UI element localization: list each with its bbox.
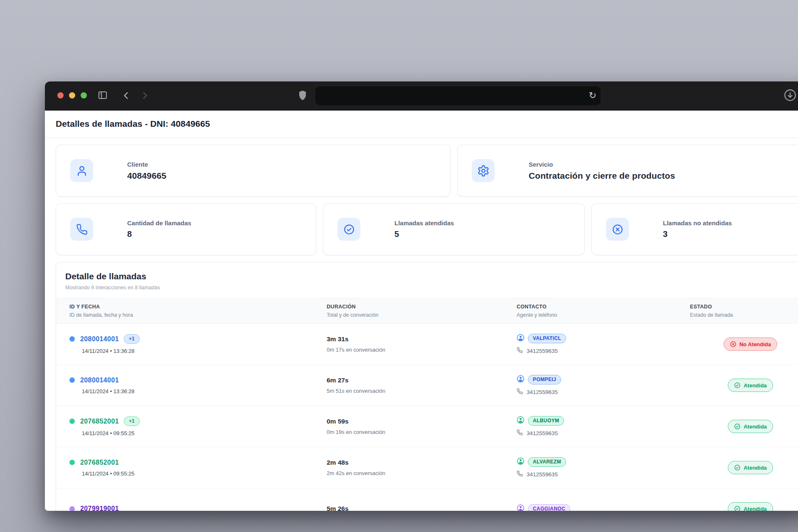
extra-calls-badge: +1 xyxy=(124,416,140,426)
duration-total: 5m 26s xyxy=(327,505,517,511)
column-header-estado: ESTADO Estado de llamada xyxy=(690,304,798,318)
duration-total: 3m 31s xyxy=(327,335,517,343)
status-badge: Atendida xyxy=(728,461,773,474)
agent-avatar-icon xyxy=(517,457,525,467)
status-badge: No Atendida xyxy=(724,337,777,351)
table-header-row: ID Y FECHA ID de llamada, fecha y hora D… xyxy=(56,298,798,324)
close-window-button[interactable] xyxy=(57,92,64,99)
duration-total: 6m 27s xyxy=(327,377,517,384)
calls-table-card: Detalle de llamadas Mostrando 6 interacc… xyxy=(56,262,798,511)
call-group-dot xyxy=(69,377,75,383)
table-row[interactable]: 2080014001 +1 14/11/2024 • 13:36:28 3m 3… xyxy=(56,324,798,365)
duration-total: 0m 59s xyxy=(327,418,517,425)
call-datetime: 14/11/2024 • 13:36:28 xyxy=(69,388,327,394)
gear-icon xyxy=(472,159,495,182)
agent-avatar-icon xyxy=(517,334,525,343)
client-value: 40849665 xyxy=(127,171,166,181)
call-group-dot xyxy=(69,506,75,511)
info-cards-row: Cliente 40849665 Servicio Contratación y… xyxy=(56,145,798,197)
call-id-link[interactable]: 2080014001 xyxy=(80,335,119,343)
agent-avatar-icon xyxy=(517,504,525,511)
call-id-link[interactable]: 2076852001 xyxy=(80,459,119,466)
missed-calls-label: Llamadas no atendidas xyxy=(663,219,732,227)
table-row[interactable]: 2076852001 14/11/2024 • 09:55:25 2m 48s … xyxy=(56,447,798,488)
answered-calls-label: Llamadas atendidas xyxy=(394,219,454,227)
page-title: Detalles de llamadas - DNI: 40849665 xyxy=(56,119,798,129)
agent-badge[interactable]: VALPATICL xyxy=(528,334,566,343)
missed-calls-value: 3 xyxy=(663,229,732,239)
sidebar-toggle-icon[interactable] xyxy=(97,90,108,102)
phone-icon xyxy=(517,347,523,355)
status-badge: Atendida xyxy=(728,502,773,511)
call-id-link[interactable]: 2079919001 xyxy=(80,505,119,511)
duration-conversation: 0m 17s en conversación xyxy=(327,347,517,353)
table-row[interactable]: 2080014001 14/11/2024 • 13:36:28 6m 27s … xyxy=(56,365,798,406)
phone-icon xyxy=(517,429,523,437)
agent-badge[interactable]: ALVAREZM xyxy=(528,457,566,467)
user-icon xyxy=(70,159,93,182)
download-icon[interactable] xyxy=(783,88,797,104)
table-subtitle: Mostrando 6 interacciones en 8 llamadas xyxy=(56,285,798,291)
stat-cards-row: Cantidad de llamadas 8 Llamadas atendida… xyxy=(56,203,798,255)
call-id-link[interactable]: 2080014001 xyxy=(80,377,119,384)
zoom-window-button[interactable] xyxy=(81,92,87,99)
duration-total: 2m 48s xyxy=(327,459,517,466)
reload-icon[interactable]: ↻ xyxy=(589,89,596,102)
column-header-duracion: DURACIÓN Total y de converación xyxy=(327,304,517,318)
phone-number: 3412559635 xyxy=(527,389,558,395)
column-header-id-fecha: ID Y FECHA ID de llamada, fecha y hora xyxy=(69,304,327,318)
privacy-shield-icon[interactable] xyxy=(298,89,308,103)
table-row[interactable]: 2079919001 5m 26s CAGGIANOC xyxy=(56,488,798,511)
traffic-lights xyxy=(57,92,87,99)
minimize-window-button[interactable] xyxy=(69,92,75,99)
client-card: Cliente 40849665 xyxy=(56,145,451,197)
table-row[interactable]: 2076852001 +1 14/11/2024 • 09:55:25 0m 5… xyxy=(56,406,798,447)
check-circle-icon xyxy=(337,218,360,241)
client-label: Cliente xyxy=(127,161,166,168)
extra-calls-badge: +1 xyxy=(124,334,140,344)
call-group-dot xyxy=(69,336,75,342)
x-circle-icon xyxy=(606,218,629,241)
main-area: Cliente 40849665 Servicio Contratación y… xyxy=(45,138,798,511)
agent-avatar-icon xyxy=(517,416,525,426)
phone-number: 3412559635 xyxy=(527,471,558,478)
call-id-link[interactable]: 2076852001 xyxy=(80,418,119,425)
status-badge: Atendida xyxy=(728,420,773,433)
phone-icon xyxy=(517,388,523,396)
phone-icon xyxy=(517,470,523,478)
service-value: Contratación y cierre de productos xyxy=(529,171,675,181)
agent-badge[interactable]: ALBUOYM xyxy=(528,416,564,426)
duration-conversation: 2m 42s en conversación xyxy=(327,470,517,476)
phone-icon xyxy=(70,218,93,241)
service-card: Servicio Contratación y cierre de produc… xyxy=(457,145,798,197)
phone-number: 3412559635 xyxy=(527,430,558,436)
answered-calls-value: 5 xyxy=(394,229,454,239)
page-header: Detalles de llamadas - DNI: 40849665 xyxy=(45,111,798,138)
service-label: Servicio xyxy=(529,161,675,168)
call-datetime: 14/11/2024 • 09:55:25 xyxy=(69,470,327,477)
phone-number: 3412559635 xyxy=(527,348,558,354)
duration-conversation: 5m 51s en conversación xyxy=(327,388,517,394)
total-calls-label: Cantidad de llamadas xyxy=(127,219,191,227)
status-badge: Atendida xyxy=(728,379,773,392)
agent-avatar-icon xyxy=(517,375,525,384)
call-datetime: 14/11/2024 • 09:55:25 xyxy=(69,430,327,436)
total-calls-card: Cantidad de llamadas 8 xyxy=(56,203,316,255)
browser-titlebar: ↻ xyxy=(45,81,798,111)
call-datetime: 14/11/2024 • 13:36:28 xyxy=(69,348,327,354)
table-title: Detalle de llamadas xyxy=(56,271,798,281)
total-calls-value: 8 xyxy=(127,229,191,239)
call-group-dot xyxy=(69,460,75,465)
missed-calls-card: Llamadas no atendidas 3 xyxy=(591,203,798,255)
address-bar[interactable]: ↻ xyxy=(315,86,601,105)
answered-calls-card: Llamadas atendidas 5 xyxy=(323,203,585,255)
forward-icon[interactable] xyxy=(140,91,150,102)
page-content: Detalles de llamadas - DNI: 40849665 Cli… xyxy=(45,111,798,511)
call-group-dot xyxy=(69,419,75,424)
agent-badge[interactable]: CAGGIANOC xyxy=(528,504,570,511)
agent-badge[interactable]: POMPEIJ xyxy=(528,375,561,384)
browser-window: ↻ Detalles de llamadas - DNI: 40849665 C… xyxy=(45,81,798,511)
back-icon[interactable] xyxy=(121,91,131,102)
column-header-contacto: CONTACTO Agente y teléfono xyxy=(517,304,690,318)
duration-conversation: 0m 19s en conversación xyxy=(327,429,517,435)
